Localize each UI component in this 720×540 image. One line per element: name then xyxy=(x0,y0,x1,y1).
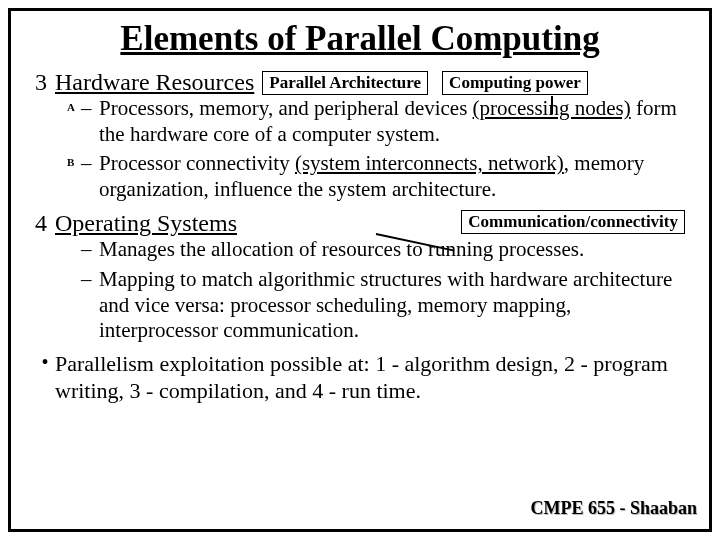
item-a-text: Processors, memory, and peripheral devic… xyxy=(99,96,683,147)
item-b-text: Processor connectivity (system interconn… xyxy=(99,151,683,202)
item-2-text: Mapping to match algorithmic structures … xyxy=(99,267,683,344)
section-3-item-b: B – Processor connectivity (system inter… xyxy=(67,151,683,202)
section-4-item-1: – Manages the allocation of resources to… xyxy=(67,237,683,263)
box-communication-connectivity: Communication/connectivity xyxy=(461,210,685,234)
section-3-header: 3 Hardware Resources Parallel Architectu… xyxy=(29,69,691,96)
blank-label xyxy=(67,237,81,263)
box-computing-power: Computing power xyxy=(442,71,588,95)
connector-line-1 xyxy=(551,96,553,114)
item-1-text: Manages the allocation of resources to r… xyxy=(99,237,683,263)
item-b-underline: (system interconnects, network) xyxy=(295,151,564,175)
slide-frame: Elements of Parallel Computing 3 Hardwar… xyxy=(8,8,712,532)
blank-label xyxy=(67,267,81,344)
box-parallel-architecture: Parallel Architecture xyxy=(262,71,428,95)
dash-icon: – xyxy=(81,96,99,147)
bullet-text: Parallelism exploitation possible at: 1 … xyxy=(55,350,691,405)
item-a-label: A xyxy=(67,96,81,147)
item-b-pre: Processor connectivity xyxy=(99,151,295,175)
slide-title: Elements of Parallel Computing xyxy=(29,19,691,59)
bullet-icon: • xyxy=(35,350,55,405)
dash-icon: – xyxy=(81,267,99,344)
item-b-label: B xyxy=(67,151,81,202)
section-4-item-2: – Mapping to match algorithmic structure… xyxy=(67,267,683,344)
dash-icon: – xyxy=(81,237,99,263)
bullet-parallelism: • Parallelism exploitation possible at: … xyxy=(35,350,691,405)
section-4-heading: Operating Systems xyxy=(55,210,237,237)
dash-icon: – xyxy=(81,151,99,202)
item-a-pre: Processors, memory, and peripheral devic… xyxy=(99,96,473,120)
section-3-number: 3 xyxy=(29,69,47,96)
section-4-number: 4 xyxy=(29,210,47,237)
section-4-header: 4 Operating Systems Communication/connec… xyxy=(29,210,691,237)
section-3-heading: Hardware Resources xyxy=(55,69,254,96)
footer-credit: CMPE 655 - Shaaban xyxy=(530,498,697,519)
section-3-item-a: A – Processors, memory, and peripheral d… xyxy=(67,96,683,147)
